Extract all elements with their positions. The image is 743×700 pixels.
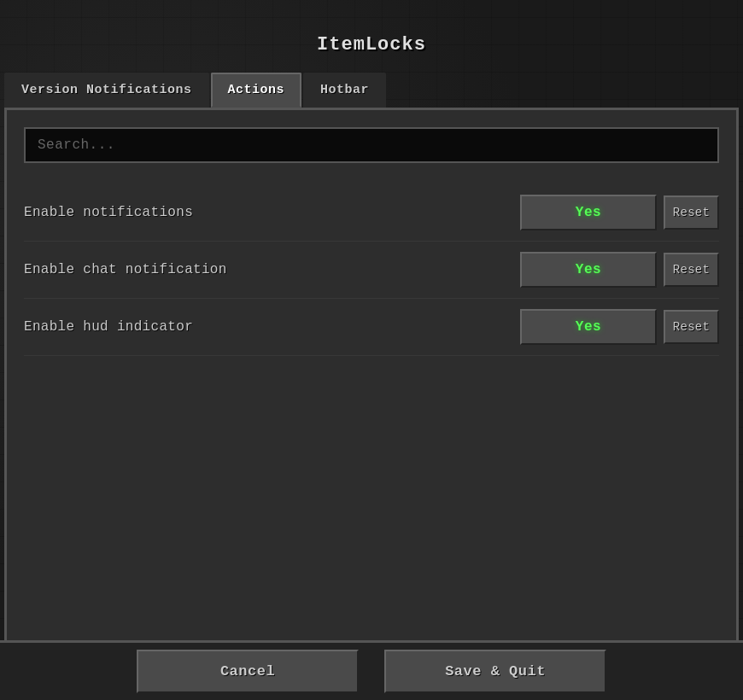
reset-enable-hud-indicator[interactable]: Reset — [664, 310, 719, 344]
table-row: Enable notifications Yes Reset — [24, 184, 719, 242]
tab-actions[interactable]: Actions — [211, 73, 302, 108]
setting-label-enable-chat-notification: Enable chat notification — [24, 262, 227, 277]
toggle-enable-notifications[interactable]: Yes — [520, 195, 657, 230]
toggle-enable-hud-indicator[interactable]: Yes — [520, 309, 657, 345]
table-row: Enable chat notification Yes Reset — [24, 242, 719, 299]
cancel-button[interactable]: Cancel — [137, 650, 359, 693]
reset-enable-chat-notification[interactable]: Reset — [664, 253, 719, 287]
save-quit-button[interactable]: Save & Quit — [384, 650, 606, 693]
bottom-bar: Cancel Save & Quit — [0, 640, 743, 700]
main-window: ItemLocks Version Notifications Actions … — [0, 0, 743, 700]
setting-label-enable-hud-indicator: Enable hud indicator — [24, 319, 193, 335]
tab-version-notifications[interactable]: Version Notifications — [4, 73, 209, 108]
content-area: Enable notifications Yes Reset Enable ch… — [4, 110, 739, 700]
search-input[interactable] — [24, 127, 719, 163]
setting-label-enable-notifications: Enable notifications — [24, 205, 193, 220]
page-title: ItemLocks — [317, 34, 426, 55]
tab-hotbar[interactable]: Hotbar — [303, 73, 386, 108]
search-container — [24, 127, 719, 163]
table-row: Enable hud indicator Yes Reset — [24, 299, 719, 356]
setting-controls: Yes Reset — [520, 309, 719, 345]
setting-controls: Yes Reset — [520, 252, 719, 288]
toggle-enable-chat-notification[interactable]: Yes — [520, 252, 657, 288]
settings-list: Enable notifications Yes Reset Enable ch… — [24, 184, 719, 356]
tab-bar: Version Notifications Actions Hotbar — [4, 73, 739, 110]
setting-controls: Yes Reset — [520, 195, 719, 230]
reset-enable-notifications[interactable]: Reset — [664, 195, 719, 230]
